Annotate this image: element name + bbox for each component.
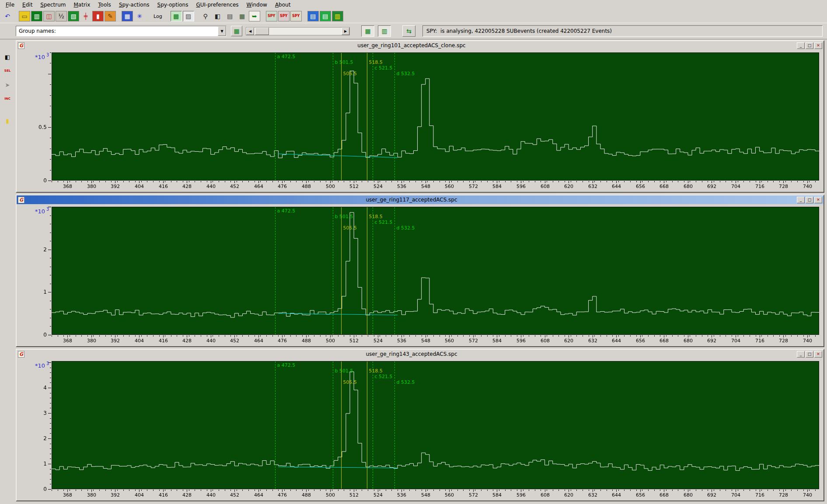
marker-bw-icon[interactable]: ◧ <box>3 52 12 61</box>
expand-region-icon[interactable]: ▩ <box>171 11 182 21</box>
close-button[interactable]: ✕ <box>814 351 822 358</box>
minimize-button[interactable]: _ <box>797 351 805 358</box>
half-scale-icon-glyph: ½ <box>58 13 64 19</box>
window-title: user_ge_ring143_acceptedACS.spc <box>26 351 797 357</box>
peak-width-icon[interactable]: ╪ <box>80 11 91 21</box>
menu-about[interactable]: About <box>271 0 295 9</box>
close-button[interactable]: ✕ <box>814 197 822 203</box>
status-bar: SPY: is analysing, 422005228 SUBevents (… <box>422 25 823 37</box>
window-title: user_ge_ring117_acceptedACS.spc <box>26 197 797 203</box>
export-icon[interactable]: ➥ <box>249 11 260 21</box>
freeze-icon[interactable]: ✳ <box>134 11 145 21</box>
window-title: user_ge_ring101_acceptedACS_clone.spc <box>26 42 797 49</box>
group-names-combo[interactable]: Group names: ▼ <box>16 26 227 36</box>
minimize-button[interactable]: _ <box>797 197 805 203</box>
update-displays-icon: ⇆ <box>406 28 412 34</box>
combo-dropdown-icon[interactable]: ▼ <box>218 26 226 36</box>
spy-restart-icon[interactable]: SPY <box>278 11 290 21</box>
maximize-button[interactable]: □ <box>806 42 813 49</box>
window-g-icon: G <box>18 351 24 358</box>
scroll-right-icon[interactable]: ▶ <box>342 28 349 35</box>
inc-icon[interactable]: INC <box>3 94 12 103</box>
overlay-spectra-icon[interactable]: ▧ <box>68 11 79 21</box>
menu-spy-actions[interactable]: Spy-actions <box>115 0 154 9</box>
menu-spy-options[interactable]: Spy-options <box>154 0 192 9</box>
spy-view-icon[interactable]: SPY <box>266 11 277 21</box>
scrollbar-thumb[interactable] <box>255 28 269 35</box>
sel-icon[interactable]: SEL <box>3 66 12 75</box>
log-scale-button[interactable]: Log <box>151 11 165 21</box>
marker-bw-icon-glyph: ◧ <box>5 54 10 60</box>
select-region-icon[interactable]: ▨ <box>183 11 194 21</box>
table-icon[interactable]: ▦ <box>237 11 248 21</box>
log-scale-button-glyph: Log <box>154 14 162 19</box>
window-titlebar[interactable]: G user_ge_ring101_acceptedACS_clone.spc … <box>17 41 824 50</box>
sum-spectra-icon-glyph: ▤ <box>310 13 316 19</box>
gate-spectra-icon-glyph: ▤ <box>322 13 328 19</box>
undo-icon[interactable]: ↶ <box>2 11 13 21</box>
gate-spectra-icon[interactable]: ▤ <box>320 11 331 21</box>
window-titlebar[interactable]: G user_ge_ring117_acceptedACS.spc _ □ ✕ <box>17 195 824 204</box>
inc-icon-glyph: INC <box>4 97 10 101</box>
mdi-area: G user_ge_ring101_acceptedACS_clone.spc … <box>15 39 827 504</box>
palette-icon[interactable]: ▮ <box>3 116 12 125</box>
menu-edit[interactable]: Edit <box>18 0 36 9</box>
window-titlebar[interactable]: G user_ge_ring143_acceptedACS.spc _ □ ✕ <box>17 350 824 358</box>
close-button[interactable]: ✕ <box>814 42 822 49</box>
group-edit-icon: ▦ <box>234 28 239 34</box>
stack-displays-icon: ▥ <box>381 28 387 34</box>
spectrum-window: G user_ge_ring143_acceptedACS.spc _ □ ✕ <box>16 349 824 501</box>
zoom-last-icon[interactable]: ▭ <box>19 11 30 21</box>
group-edit-button[interactable]: ▦ <box>231 26 242 36</box>
left-toolbar: ◧SEL➤INC▮ <box>0 39 15 504</box>
print-icon[interactable]: ▤ <box>224 11 236 21</box>
menu-spectrum[interactable]: Spectrum <box>36 0 70 9</box>
scroll-left-icon[interactable]: ◀ <box>246 28 254 35</box>
undo-icon-glyph: ↶ <box>5 13 10 19</box>
window-g-icon: G <box>18 197 24 203</box>
menu-gui-preferences[interactable]: GUI-preferences <box>192 0 242 9</box>
menu-tools[interactable]: Tools <box>94 0 115 9</box>
export-icon-glyph: ➥ <box>252 13 257 19</box>
show-spectrum-icon[interactable]: ▥ <box>31 11 42 21</box>
annotate-icon-glyph: ✎ <box>108 13 113 19</box>
erase-icon-glyph: ▮ <box>96 13 100 19</box>
matrix-view-icon[interactable]: ▦ <box>122 11 133 21</box>
peak-width-icon-glyph: ╪ <box>84 13 87 19</box>
plot-area <box>17 358 824 501</box>
erase-icon[interactable]: ▮ <box>92 11 104 21</box>
zoom-icon[interactable]: ⚲ <box>200 11 211 21</box>
pointer-icon[interactable]: ➤ <box>3 80 12 89</box>
menu-file[interactable]: File <box>2 0 18 9</box>
expand-region-icon-glyph: ▩ <box>173 13 179 19</box>
invert-icon[interactable]: ◧ <box>212 11 223 21</box>
maximize-button[interactable]: □ <box>806 351 813 358</box>
stack-displays-button[interactable]: ▥ <box>378 25 391 37</box>
print-icon-glyph: ▤ <box>227 13 233 19</box>
spy-stop-icon[interactable]: SPY <box>290 11 302 21</box>
split-display-icon[interactable]: ◫ <box>43 11 55 21</box>
zoom-last-icon-glyph: ▭ <box>21 13 27 19</box>
maximize-button[interactable]: □ <box>806 197 813 203</box>
scrollbar-track[interactable] <box>254 28 342 35</box>
menu-bar: FileEditSpectrumMatrixToolsSpy-actionsSp… <box>0 0 827 10</box>
matrix-view-icon-glyph: ▦ <box>124 13 130 19</box>
secondary-toolbar: Group names: ▼ ▦ ◀ ▶ ▦ ▥ ⇆ SPY: is analy… <box>0 23 827 39</box>
group-scrollbar[interactable]: ◀ ▶ <box>246 27 350 35</box>
minimize-button[interactable]: _ <box>797 42 805 49</box>
tile-displays-button[interactable]: ▦ <box>361 25 374 37</box>
group-names-value[interactable]: Group names: <box>16 26 218 36</box>
condition-icon[interactable]: ▥ <box>332 11 343 21</box>
main-toolbar: ↶▭▥◫½▧╪▮✎▦✳Log▩▨⚲◧▤▦➥SPYSPYSPY▤▤▥ <box>0 10 827 23</box>
overlay-spectra-icon-glyph: ▧ <box>70 13 76 19</box>
menu-matrix[interactable]: Matrix <box>70 0 94 9</box>
sum-spectra-icon[interactable]: ▤ <box>307 11 319 21</box>
spectrum-plot[interactable] <box>17 50 824 192</box>
spectrum-plot[interactable] <box>17 358 824 501</box>
update-displays-button[interactable]: ⇆ <box>402 25 415 37</box>
annotate-icon[interactable]: ✎ <box>105 11 116 21</box>
spectrum-plot[interactable] <box>17 204 824 346</box>
spectrum-window: G user_ge_ring117_acceptedACS.spc _ □ ✕ <box>16 195 824 347</box>
menu-window[interactable]: Window <box>243 0 271 9</box>
half-scale-icon[interactable]: ½ <box>56 11 67 21</box>
